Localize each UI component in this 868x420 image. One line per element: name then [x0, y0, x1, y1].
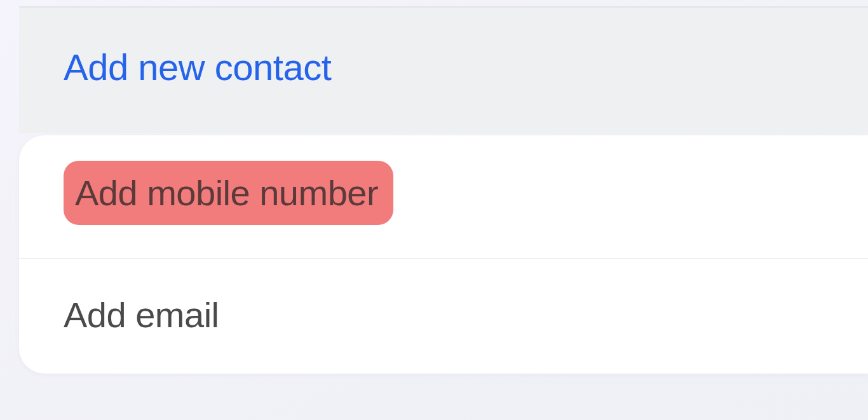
mobile-number-placeholder: Add mobile number: [75, 173, 378, 213]
form-card: Add mobile number Add email: [19, 135, 868, 374]
mobile-highlight: Add mobile number: [64, 161, 393, 225]
email-row[interactable]: Add email: [19, 259, 868, 374]
header-section: Add new contact: [19, 6, 868, 133]
mobile-number-row[interactable]: Add mobile number: [19, 135, 868, 259]
contact-form-page: Add new contact Add mobile number Add em…: [0, 6, 868, 374]
email-placeholder: Add email: [64, 294, 219, 335]
page-title[interactable]: Add new contact: [64, 46, 824, 88]
